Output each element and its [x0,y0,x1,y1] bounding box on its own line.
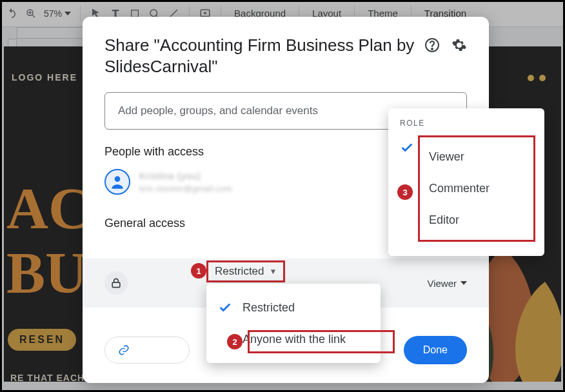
check-icon [400,141,414,155]
callout-1: 1 [191,263,206,279]
chevron-down-icon [64,12,71,15]
done-button[interactable]: Done [404,336,467,364]
role-menu: ROLE Viewer Commenter Editor [388,108,544,256]
avatar [104,169,130,195]
callout-outline-3: Viewer Commenter Editor [418,135,535,242]
owner-name: Kristina (you) [139,170,232,181]
owner-email: kris.slocker@gmail.com [139,184,232,193]
chevron-down-icon: ▼ [270,267,277,276]
access-menu: Restricted Anyone with the link [206,284,381,363]
gear-icon[interactable] [451,37,467,53]
check-icon [218,300,232,315]
access-selector[interactable]: Restricted ▼ [206,260,285,282]
svg-rect-14 [112,282,120,288]
callout-2: 2 [227,334,243,349]
link-icon [118,344,130,356]
slide-pill-button: RESEN [8,329,76,351]
dialog-title: Share "Accounting Firm Business Plan by … [104,35,418,77]
role-option-viewer[interactable]: Viewer [425,141,528,173]
slide-logo-placeholder: LOGO HERE [12,72,77,83]
lock-icon [104,271,128,295]
copy-link-button[interactable]: Copy link [104,337,190,364]
svg-line-7 [170,10,177,17]
role-option-commenter[interactable]: Commenter [425,173,528,204]
zoom-icon[interactable] [25,7,37,20]
svg-point-5 [150,10,157,17]
svg-line-1 [32,15,35,17]
role-menu-heading: ROLE [388,117,544,133]
callout-3: 3 [397,184,413,200]
zoom-level[interactable]: 57% [44,8,71,19]
chevron-down-icon [461,281,467,285]
add-people-placeholder: Add people, groups, and calendar events [118,104,318,117]
svg-rect-4 [132,10,139,17]
undo-icon[interactable] [5,7,18,20]
role-option-editor[interactable]: Editor [425,204,528,236]
access-option-restricted[interactable]: Restricted [206,291,381,324]
slide-decor-dots [528,75,546,81]
role-selector[interactable]: Viewer [427,278,467,289]
help-icon[interactable] [424,37,440,53]
svg-point-12 [431,48,433,50]
svg-point-13 [115,176,121,182]
